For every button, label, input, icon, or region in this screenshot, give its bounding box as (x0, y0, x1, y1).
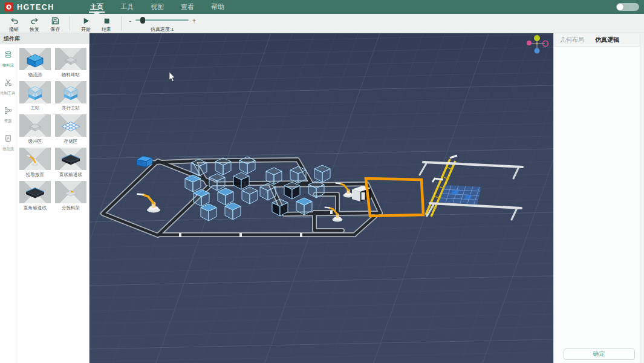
undo-icon (10, 15, 19, 25)
resources-icon (4, 106, 12, 117)
category-info-flow[interactable]: 信息流 (2, 134, 15, 152)
category-rail: 物料流绘制工具资源信息流 (0, 44, 16, 363)
panel-scrollbar[interactable] (640, 33, 644, 363)
speed-decrease-button[interactable]: - (127, 17, 133, 24)
speed-increase-button[interactable]: + (191, 17, 197, 24)
palette-item-9[interactable]: 分拣料架 (54, 181, 88, 211)
toolbar-separator (70, 16, 70, 31)
flat-gray-thumbnail-icon (55, 48, 86, 70)
stop-icon (102, 15, 111, 25)
info-flow-icon (4, 134, 12, 145)
sorter-thumbnail-icon (55, 181, 86, 203)
properties-panel: 几何布局仿真逻辑 确定 (553, 33, 644, 363)
save-button[interactable]: 保存 (45, 15, 65, 33)
redo-button[interactable]: 恢复 (24, 15, 45, 33)
brand-logo-icon (4, 2, 13, 11)
menu-item-3[interactable]: 查看 (172, 0, 203, 14)
menu-row: 主页工具视图查看帮助 (82, 0, 233, 14)
properties-body (554, 47, 644, 345)
ribbon-group-0: 撤销恢复保存 (0, 14, 68, 33)
sim-speed-caption: 仿真速度:1 (151, 26, 174, 33)
robot-thumbnail-icon (19, 148, 51, 170)
menu-item-2[interactable]: 视图 (142, 0, 172, 14)
flat-gray-thumbnail-icon (19, 114, 51, 137)
save-icon (51, 15, 60, 25)
component-palette: 物流源物料终站工站并行工站缓冲区存储区拾取放置直线输送线直角输送线分拣料架 (16, 44, 89, 363)
toolbar-separator (121, 16, 122, 31)
ribbon-toolbar: 撤销恢复保存开始结束 - + 仿真速度:1 (0, 14, 644, 33)
palette-item-5[interactable]: 存储区 (54, 114, 88, 145)
ground-plane (89, 33, 553, 363)
palette-item-6[interactable]: 拾取放置 (19, 148, 52, 178)
category-draw-tools[interactable]: 绘制工具 (0, 78, 16, 96)
wire-cube-thumbnail-icon (19, 81, 51, 103)
draw-tools-icon (4, 78, 12, 89)
start-icon (82, 15, 91, 25)
stop-button[interactable]: 结束 (96, 15, 117, 33)
palette-item-3[interactable]: 并行工站 (54, 81, 88, 111)
ribbon-group-1: 开始结束 (72, 14, 119, 33)
wire-cube-thumbnail-icon (55, 81, 86, 103)
component-library-title: 组件库 (0, 33, 89, 44)
palette-item-1[interactable]: 物料终站 (54, 48, 88, 78)
palette-item-0[interactable]: 物流源 (19, 48, 52, 78)
undo-button[interactable]: 撤销 (4, 15, 24, 33)
component-library-panel: 组件库 物料流绘制工具资源信息流 物流源物料终站工站并行工站缓冲区存储区拾取放置… (0, 33, 89, 363)
palette-item-2[interactable]: 工站 (19, 81, 52, 111)
start-button[interactable]: 开始 (76, 15, 96, 33)
topbar-toggle[interactable] (616, 3, 639, 11)
storage-grid-mat[interactable] (439, 185, 481, 204)
scene-canvas[interactable] (89, 33, 553, 363)
palette-item-8[interactable]: 直角输送线 (19, 181, 52, 211)
menu-item-1[interactable]: 工具 (112, 0, 142, 14)
menu-item-4[interactable]: 帮助 (203, 0, 233, 14)
category-resources[interactable]: 资源 (4, 106, 12, 124)
palette-item-4[interactable]: 缓冲区 (19, 114, 52, 145)
palette-item-7[interactable]: 直线输送线 (54, 148, 88, 178)
viewport-3d[interactable] (89, 33, 553, 363)
properties-tabs: 几何布局仿真逻辑 (554, 33, 644, 47)
grid-mat-thumbnail-icon (55, 114, 86, 137)
conveyor-dark-thumbnail-icon (19, 181, 51, 203)
active-menu-notch (94, 11, 100, 14)
conveyor-dark-thumbnail-icon (55, 148, 86, 170)
speed-slider-track[interactable] (135, 19, 189, 21)
top-menu-bar: HGTECH 主页工具视图查看帮助 (0, 0, 644, 14)
blue-box-thumbnail-icon (19, 48, 51, 70)
properties-tab-1[interactable]: 仿真逻辑 (595, 36, 619, 44)
app-window: HGTECH 主页工具视图查看帮助 撤销恢复保存开始结束 - + 仿真速度:1 … (0, 0, 644, 363)
toggle-knob-icon (617, 4, 623, 10)
speed-slider-knob[interactable] (140, 17, 145, 24)
confirm-button[interactable]: 确定 (564, 348, 635, 360)
material-flow-icon (4, 50, 12, 61)
sim-speed-block: - + 仿真速度:1 (127, 15, 197, 33)
properties-tab-0[interactable]: 几何布局 (560, 36, 584, 44)
brand-name: HGTECH (17, 3, 54, 11)
redo-icon (30, 15, 39, 25)
category-material-flow[interactable]: 物料流 (2, 50, 15, 68)
